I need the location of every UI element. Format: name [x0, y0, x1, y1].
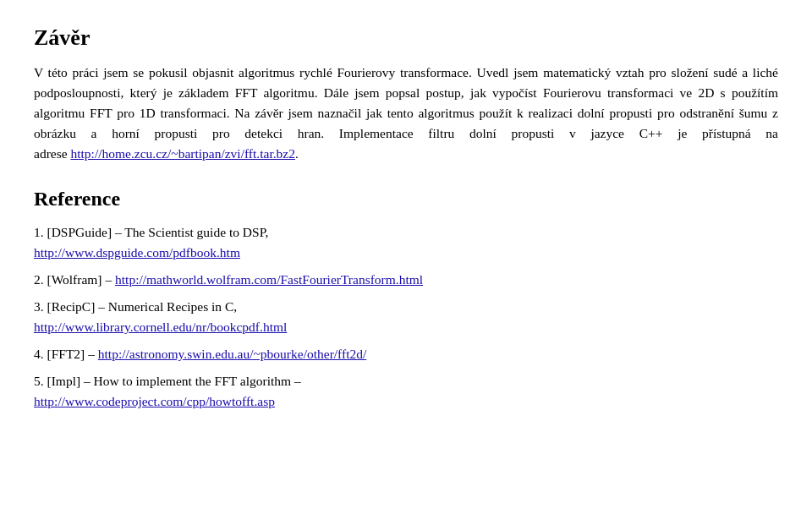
- ref-label-2: [Wolfram]: [47, 272, 102, 287]
- ref-number-1: 1.: [34, 225, 44, 239]
- list-item: 1. [DSPGuide] – The Scientist guide to D…: [34, 222, 778, 263]
- ref-text-1: – The Scientist guide to DSP,: [115, 225, 268, 239]
- list-item: 3. [RecipC] – Numerical Recipes in C, ht…: [34, 297, 778, 337]
- page-title: Závěr: [34, 25, 778, 51]
- fft-tar-link[interactable]: http://home.zcu.cz/~bartipan/zvi/fft.tar…: [70, 146, 294, 161]
- list-item: 4. [FFT2] – http://astronomy.swin.edu.au…: [34, 344, 778, 364]
- ref-label-3: [RecipC]: [47, 299, 96, 314]
- ref-number-3: 3.: [34, 299, 44, 314]
- reference-list: 1. [DSPGuide] – The Scientist guide to D…: [34, 222, 778, 412]
- ref-number-2: 2.: [34, 272, 44, 287]
- ref-number-5: 5.: [34, 374, 44, 388]
- ref-link-3[interactable]: http://www.library.cornell.edu/nr/bookcp…: [34, 320, 287, 334]
- intro-paragraph: V této práci jsem se pokusil objasnit al…: [34, 63, 778, 164]
- ref-number-4: 4.: [34, 347, 44, 361]
- ref-label-5: [Impl]: [47, 374, 81, 388]
- ref-link-1[interactable]: http://www.dspguide.com/pdfbook.htm: [34, 245, 240, 260]
- ref-text-4: –: [88, 347, 98, 361]
- ref-label-1: [DSPGuide]: [47, 225, 112, 239]
- ref-text-2: –: [105, 272, 115, 287]
- reference-section-title: Reference: [34, 188, 778, 211]
- ref-link-2[interactable]: http://mathworld.wolfram.com/FastFourier…: [115, 272, 423, 287]
- ref-label-4: [FFT2]: [47, 347, 85, 361]
- ref-link-4[interactable]: http://astronomy.swin.edu.au/~pbourke/ot…: [98, 347, 366, 361]
- ref-link-5[interactable]: http://www.codeproject.com/cpp/howtofft.…: [34, 394, 275, 408]
- ref-text-5: – How to implement the FFT algorithm –: [84, 374, 301, 388]
- ref-text-3: – Numerical Recipes in C,: [98, 299, 237, 314]
- list-item: 2. [Wolfram] – http://mathworld.wolfram.…: [34, 270, 778, 290]
- list-item: 5. [Impl] – How to implement the FFT alg…: [34, 371, 778, 412]
